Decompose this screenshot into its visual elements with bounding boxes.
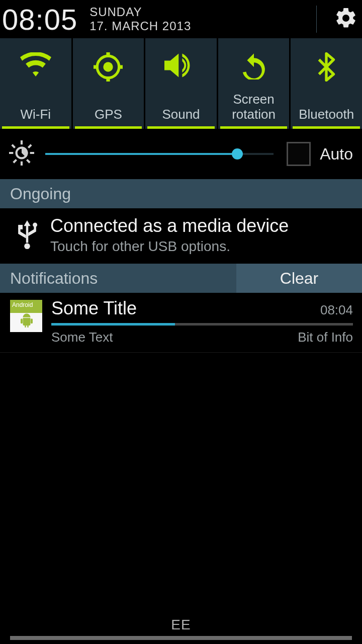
empty-area bbox=[0, 353, 362, 614]
quick-toggles: Wi-Fi GPS Sound Screen rotation bbox=[0, 38, 362, 129]
svg-point-4 bbox=[33, 222, 37, 227]
weekday: SUNDAY bbox=[89, 5, 191, 19]
usb-icon bbox=[16, 220, 38, 255]
notification-item[interactable]: Android Some Title 08:04 Some Text Bit o… bbox=[0, 293, 362, 353]
auto-brightness-checkbox[interactable] bbox=[287, 142, 311, 166]
panel-handle[interactable] bbox=[10, 636, 352, 640]
toggle-label: Bluetooth bbox=[299, 107, 354, 122]
date-block: SUNDAY 17. MARCH 2013 bbox=[89, 5, 191, 33]
gear-icon bbox=[334, 6, 358, 32]
rotate-icon bbox=[240, 52, 267, 82]
notification-progress bbox=[51, 323, 353, 326]
toggle-gps[interactable]: GPS bbox=[73, 38, 144, 129]
brightness-thumb[interactable] bbox=[232, 148, 243, 159]
notifications-header: Notifications Clear bbox=[0, 264, 362, 293]
clock: 08:05 bbox=[2, 3, 77, 36]
app-icon: Android bbox=[10, 300, 42, 332]
ongoing-header: Ongoing bbox=[0, 179, 362, 208]
brightness-icon bbox=[9, 140, 34, 168]
header-divider bbox=[316, 6, 317, 33]
ongoing-item-usb[interactable]: Connected as a media device Touch for ot… bbox=[0, 208, 362, 264]
svg-point-2 bbox=[24, 244, 30, 250]
toggle-wifi[interactable]: Wi-Fi bbox=[0, 38, 71, 129]
wifi-icon bbox=[20, 52, 51, 80]
brightness-row: Auto bbox=[0, 129, 362, 179]
brightness-fill bbox=[45, 153, 237, 155]
android-icon bbox=[20, 313, 33, 330]
auto-brightness-label: Auto bbox=[320, 145, 353, 164]
bluetooth-icon bbox=[315, 52, 337, 84]
date: 17. MARCH 2013 bbox=[89, 19, 191, 33]
settings-button[interactable] bbox=[333, 6, 359, 32]
toggle-sound[interactable]: Sound bbox=[145, 38, 217, 129]
svg-rect-7 bbox=[21, 318, 23, 324]
toggle-bluetooth[interactable]: Bluetooth bbox=[291, 38, 362, 129]
ongoing-title: Connected as a media device bbox=[50, 215, 351, 236]
notification-info: Bit of Info bbox=[298, 330, 353, 345]
gps-icon bbox=[94, 52, 123, 84]
toggle-label: Wi-Fi bbox=[20, 107, 51, 122]
clear-button[interactable]: Clear bbox=[236, 264, 362, 293]
carrier-label: EE bbox=[10, 617, 352, 633]
notification-title: Some Title bbox=[51, 298, 320, 319]
svg-rect-8 bbox=[31, 318, 33, 324]
toggle-label: GPS bbox=[95, 107, 122, 122]
svg-rect-3 bbox=[18, 225, 23, 229]
ongoing-subtitle: Touch for other USB options. bbox=[50, 238, 351, 255]
sound-icon bbox=[164, 52, 198, 80]
toggle-label: Sound bbox=[162, 107, 200, 122]
toggle-screen-rotation[interactable]: Screen rotation bbox=[218, 38, 290, 129]
svg-point-0 bbox=[104, 62, 113, 71]
notification-text: Some Text bbox=[51, 330, 298, 345]
brightness-slider[interactable] bbox=[45, 153, 274, 155]
notification-time: 08:04 bbox=[320, 302, 353, 318]
toggle-label: Screen rotation bbox=[232, 92, 276, 122]
